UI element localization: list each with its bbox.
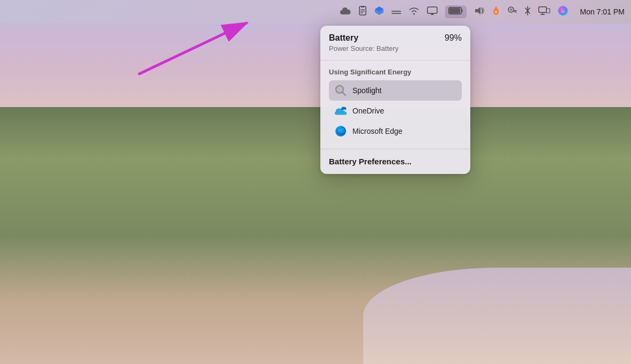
svg-rect-15 bbox=[449, 8, 460, 13]
edge-app-item[interactable]: Microsoft Edge bbox=[329, 121, 462, 141]
svg-rect-1 bbox=[361, 6, 364, 7]
battery-preferences-link[interactable]: Battery Preferences... bbox=[329, 157, 411, 166]
svg-rect-9 bbox=[392, 13, 401, 14]
airplay-icon[interactable] bbox=[427, 6, 438, 18]
flame-icon[interactable] bbox=[492, 6, 500, 18]
onepassword-icon[interactable] bbox=[507, 6, 517, 18]
onedrive-app-icon bbox=[334, 104, 347, 117]
svg-rect-14 bbox=[461, 9, 463, 12]
onedrive-app-name: OneDrive bbox=[352, 107, 384, 115]
clipboard-icon[interactable] bbox=[358, 6, 367, 18]
siri-icon[interactable] bbox=[558, 5, 568, 19]
svg-line-28 bbox=[343, 93, 346, 96]
battery-status-section: Battery 99% Power Source: Battery bbox=[320, 26, 470, 60]
svg-rect-11 bbox=[427, 7, 437, 13]
battery-power-source: Power Source: Battery bbox=[329, 44, 462, 52]
battery-menubar-icon[interactable] bbox=[445, 5, 467, 18]
svg-rect-18 bbox=[513, 10, 517, 11]
spotlight-app-item[interactable]: Spotlight bbox=[329, 80, 462, 101]
battery-title: Battery bbox=[329, 33, 358, 43]
dropbox-icon[interactable] bbox=[374, 6, 384, 18]
wifi-icon[interactable] bbox=[409, 6, 419, 18]
spotlight-app-icon bbox=[334, 84, 347, 97]
menubar-icons: Mon 7:01 PM bbox=[340, 5, 625, 19]
spotlight-app-name: Spotlight bbox=[352, 86, 381, 95]
svg-rect-21 bbox=[538, 6, 546, 12]
bluetooth-icon[interactable] bbox=[524, 6, 531, 18]
water-layer bbox=[363, 268, 631, 364]
svg-rect-24 bbox=[546, 9, 550, 13]
svg-point-10 bbox=[413, 13, 415, 14]
significant-energy-header: Using Significant Energy bbox=[329, 68, 462, 76]
svg-rect-20 bbox=[514, 11, 515, 12]
edge-app-name: Microsoft Edge bbox=[352, 127, 402, 135]
svg-rect-19 bbox=[515, 11, 516, 13]
battery-header: Battery 99% bbox=[329, 33, 462, 43]
displays-icon[interactable] bbox=[538, 6, 550, 18]
more-dots-icon[interactable] bbox=[392, 6, 401, 17]
svg-point-17 bbox=[509, 8, 512, 11]
battery-percentage: 99% bbox=[445, 33, 462, 43]
menubar-time: Mon 7:01 PM bbox=[580, 7, 625, 16]
menubar: Mon 7:01 PM bbox=[0, 0, 631, 24]
edge-app-icon bbox=[334, 125, 347, 138]
battery-dropdown: Battery 99% Power Source: Battery Using … bbox=[320, 26, 470, 174]
svg-rect-8 bbox=[392, 11, 401, 12]
onedrive-app-item[interactable]: OneDrive bbox=[329, 101, 462, 121]
volume-icon[interactable] bbox=[474, 6, 485, 18]
cloud-icon[interactable] bbox=[340, 6, 351, 17]
battery-preferences-section[interactable]: Battery Preferences... bbox=[320, 149, 470, 174]
svg-rect-0 bbox=[359, 6, 366, 15]
svg-point-26 bbox=[561, 11, 565, 13]
significant-energy-section: Using Significant Energy Spotlight OneDr… bbox=[320, 60, 470, 149]
